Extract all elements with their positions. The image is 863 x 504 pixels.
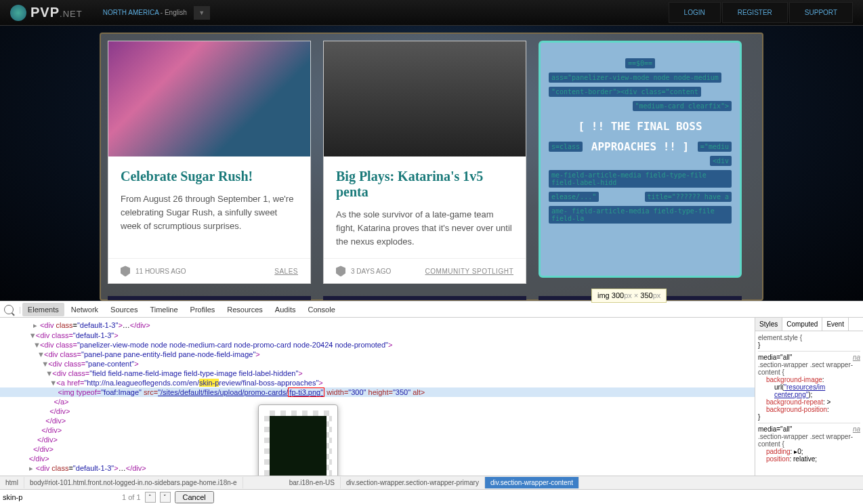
page-content: Celebrate Sugar Rush! From August 26 thr… bbox=[0, 26, 863, 301]
logo[interactable]: PVP.NET bbox=[10, 5, 83, 21]
inspect-icon[interactable] bbox=[4, 305, 14, 314]
globe-icon bbox=[10, 5, 26, 21]
card-time: 11 HOURS AGO bbox=[135, 268, 186, 275]
card-image bbox=[324, 41, 526, 156]
card-body: Big Plays: Katarina's 1v5 penta As the s… bbox=[324, 156, 526, 258]
devtools-tabs: | Elements Network Sources Timeline Prof… bbox=[0, 301, 863, 318]
nav-right: LOGIN REGISTER SUPPORT bbox=[669, 2, 853, 23]
card-category[interactable]: COMMUNITY SPOTLIGHT bbox=[425, 268, 513, 275]
register-button[interactable]: REGISTER bbox=[722, 2, 788, 23]
devtools-panel: | Elements Network Sources Timeline Prof… bbox=[0, 301, 863, 504]
tab-elements[interactable]: Elements bbox=[22, 303, 64, 316]
card-time: 3 DAYS AGO bbox=[351, 268, 391, 275]
cancel-button[interactable]: Cancel bbox=[175, 491, 214, 503]
region-selector[interactable]: NORTH AMERICA - English ▼ bbox=[83, 6, 210, 20]
styles-panel: Styles Computed Event element.style { } … bbox=[755, 318, 863, 476]
dimensions-tooltip: img 300px × 350px bbox=[591, 289, 667, 303]
support-button[interactable]: SUPPORT bbox=[789, 2, 853, 23]
preview-thumbnail bbox=[264, 411, 332, 476]
logo-text: PVP.NET bbox=[30, 5, 83, 20]
card-image bbox=[108, 41, 310, 156]
top-nav: PVP.NET NORTH AMERICA - English ▼ LOGIN … bbox=[0, 0, 863, 26]
crumb-selected[interactable]: div.section-wrapper-content bbox=[485, 477, 579, 488]
inspected-element-overlay: ==$0== ass="panelizer-view-mode node nod… bbox=[539, 41, 742, 278]
search-count: 1 of 1 bbox=[122, 493, 141, 501]
styles-body[interactable]: element.style { } media="all"na .section… bbox=[755, 331, 863, 465]
tab-event[interactable]: Event bbox=[822, 318, 849, 331]
tab-profiles[interactable]: Profiles bbox=[185, 303, 221, 316]
promo-card[interactable]: Big Plays: Katarina's 1v5 penta As the s… bbox=[323, 41, 526, 284]
tab-sources[interactable]: Sources bbox=[105, 303, 143, 316]
tab-audits[interactable]: Audits bbox=[270, 303, 301, 316]
chevron-down-icon[interactable]: ▼ bbox=[194, 6, 210, 20]
card-grid: Celebrate Sugar Rush! From August 26 thr… bbox=[100, 33, 763, 301]
shield-icon bbox=[121, 266, 130, 276]
next-result-button[interactable]: ˅ bbox=[160, 492, 171, 503]
tab-styles[interactable]: Styles bbox=[755, 318, 782, 331]
overlay-text: [ !! THE FINAL BOSS bbox=[547, 113, 733, 140]
shield-icon bbox=[336, 266, 345, 276]
region-label: NORTH AMERICA bbox=[103, 9, 159, 16]
card-category[interactable]: SALES bbox=[274, 268, 298, 275]
promo-card-peek bbox=[108, 296, 311, 300]
tab-console[interactable]: Console bbox=[302, 303, 340, 316]
image-hover-preview: 300 × 350 pixels bbox=[258, 404, 338, 476]
promo-card[interactable]: Celebrate Sugar Rush! From August 26 thr… bbox=[108, 41, 311, 284]
tab-network[interactable]: Network bbox=[66, 303, 104, 316]
crumb[interactable]: div.section-wrapper.section-wrapper-prim… bbox=[341, 477, 485, 488]
card-footer: 3 DAYS AGO COMMUNITY SPOTLIGHT bbox=[324, 258, 526, 283]
card-text: As the sole survivor of a late-game team… bbox=[336, 208, 513, 249]
card-body: Celebrate Sugar Rush! From August 26 thr… bbox=[108, 156, 310, 258]
crumb[interactable]: body#riot-101.html.front.not-logged-in.n… bbox=[24, 477, 243, 488]
tab-computed[interactable]: Computed bbox=[782, 318, 822, 331]
card-title: Celebrate Sugar Rush! bbox=[121, 169, 298, 184]
crumb[interactable]: html bbox=[0, 477, 24, 488]
card-footer: 11 HOURS AGO SALES bbox=[108, 258, 310, 283]
tab-timeline[interactable]: Timeline bbox=[144, 303, 183, 316]
crumb[interactable]: bar.i18n-en-US bbox=[284, 477, 341, 488]
prev-result-button[interactable]: ˄ bbox=[145, 492, 156, 503]
card-text: From August 26 through September 1, we'r… bbox=[121, 192, 298, 233]
promo-card-peek bbox=[323, 296, 526, 300]
selected-element[interactable]: <img typeof="foaf:Image" src="/sites/def… bbox=[0, 387, 755, 397]
elements-tree[interactable]: ▸<div class="default-1-3">…</div> ▼<div … bbox=[0, 318, 755, 476]
region-lang: - English bbox=[161, 9, 187, 16]
card-title: Big Plays: Katarina's 1v5 penta bbox=[336, 169, 513, 200]
breadcrumb-trail[interactable]: html body#riot-101.html.front.not-logged… bbox=[0, 476, 863, 489]
tab-resources[interactable]: Resources bbox=[222, 303, 268, 316]
search-input[interactable] bbox=[3, 493, 118, 501]
search-bar: 1 of 1 ˄ ˅ Cancel bbox=[0, 489, 863, 504]
login-button[interactable]: LOGIN bbox=[669, 2, 721, 23]
